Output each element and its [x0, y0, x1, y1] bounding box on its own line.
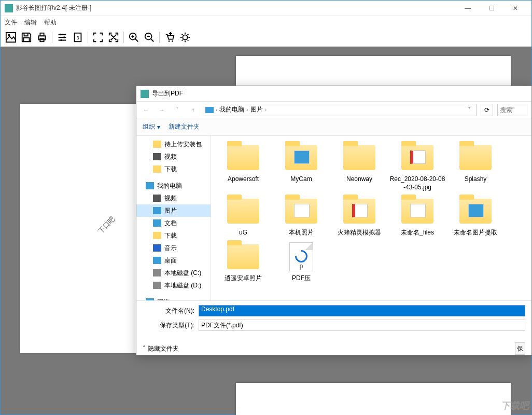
- file-item[interactable]: MyCam: [273, 142, 329, 191]
- tree-item-label: 音乐: [164, 244, 177, 253]
- file-icon: [457, 142, 494, 173]
- toolbar-separator: [88, 32, 88, 43]
- tree-item[interactable]: 待上传安装包: [136, 138, 211, 150]
- filetype-select[interactable]: PDF文件(*.pdf): [199, 320, 525, 331]
- breadcrumb-dropdown[interactable]: ˅: [465, 106, 474, 114]
- save-dialog-button[interactable]: 保: [515, 342, 525, 355]
- file-icon: [225, 142, 262, 173]
- tree-item[interactable]: 图片: [136, 204, 211, 217]
- computer-icon: [205, 107, 214, 113]
- organize-button[interactable]: 组织 ▾: [143, 122, 160, 131]
- tree-item[interactable]: 我的电脑: [136, 179, 211, 192]
- tree-item[interactable]: 音乐: [136, 242, 211, 254]
- zoom-out-button[interactable]: [142, 30, 157, 45]
- file-label: 本机照片: [289, 229, 314, 237]
- folder-icon: [153, 282, 161, 289]
- svg-point-6: [63, 36, 65, 38]
- svg-point-5: [60, 34, 62, 36]
- file-item[interactable]: Rec_2020-08-20-08-43-05.jpg: [389, 142, 445, 191]
- menu-help[interactable]: 帮助: [44, 18, 57, 27]
- breadcrumb[interactable]: › 我的电脑 › 图片 › ˅: [203, 104, 477, 116]
- file-label: Apowersoft: [228, 175, 259, 184]
- folder-tree[interactable]: 待上传安装包视频下载我的电脑视频图片文档下载音乐桌面本地磁盘 (C:)本地磁盘 …: [136, 136, 211, 300]
- tree-item-label: 视频: [164, 153, 177, 161]
- chevron-down-icon: ▾: [157, 123, 160, 131]
- folder-icon: [153, 141, 161, 148]
- file-item[interactable]: 未命名_files: [389, 196, 445, 237]
- titlebar: 影谷长图打印v2.4[-未注册-] — ☐ ✕: [1, 1, 531, 16]
- svg-rect-3: [40, 33, 44, 36]
- dialog-navbar: ← → ˅ ↑ › 我的电脑 › 图片 › ˅ ⟳: [136, 102, 531, 118]
- file-icon: [399, 142, 436, 173]
- tree-item-label: 下载: [164, 165, 177, 174]
- file-item[interactable]: Splashy: [447, 142, 503, 191]
- dialog-body: 待上传安装包视频下载我的电脑视频图片文档下载音乐桌面本地磁盘 (C:)本地磁盘 …: [136, 136, 531, 300]
- toolbar-separator: [123, 32, 124, 43]
- file-item[interactable]: Apowersoft: [215, 142, 271, 191]
- file-icon: [225, 241, 262, 272]
- file-icon: [225, 196, 262, 227]
- file-label: Neonway: [346, 175, 372, 184]
- tree-item[interactable]: 视频: [136, 150, 211, 163]
- svg-point-12: [169, 40, 170, 42]
- menu-file[interactable]: 文件: [5, 18, 17, 27]
- tree-item[interactable]: 下载: [136, 163, 211, 175]
- chevron-right-icon: ›: [265, 107, 267, 113]
- file-item[interactable]: 火蜂精灵模拟器: [331, 196, 387, 237]
- nav-back-button[interactable]: ←: [141, 104, 152, 116]
- tree-item[interactable]: 桌面: [136, 254, 211, 267]
- file-label: 火蜂精灵模拟器: [338, 229, 381, 237]
- cart-button[interactable]: [162, 30, 177, 45]
- file-label: MyCam: [290, 175, 312, 184]
- actual-size-button[interactable]: [106, 30, 121, 45]
- fit-button[interactable]: [91, 30, 105, 45]
- search-input[interactable]: [497, 104, 527, 116]
- filename-input[interactable]: Desktop.pdf: [199, 305, 525, 316]
- tree-item[interactable]: 本地磁盘 (C:): [136, 267, 211, 279]
- folder-icon: [153, 153, 161, 160]
- file-item[interactable]: Neonway: [331, 142, 387, 191]
- file-label: PDF压: [292, 274, 311, 283]
- file-icon: [457, 196, 494, 227]
- adjust-button[interactable]: [55, 30, 69, 45]
- toolbar-separator: [52, 32, 52, 43]
- nav-recent-button[interactable]: ˅: [172, 104, 183, 116]
- tree-item[interactable]: 网络: [136, 296, 211, 300]
- folder-icon: [153, 195, 161, 202]
- tree-item[interactable]: 下载: [136, 229, 211, 242]
- tree-item[interactable]: 文档: [136, 217, 211, 229]
- nav-up-button[interactable]: ↑: [187, 104, 199, 116]
- nav-forward-button[interactable]: →: [156, 104, 167, 116]
- refresh-button[interactable]: ⟳: [481, 104, 493, 116]
- open-image-button[interactable]: [4, 30, 18, 45]
- new-folder-button[interactable]: 新建文件夹: [169, 122, 200, 131]
- folder-icon: [153, 219, 161, 227]
- dialog-titlebar: 导出到PDF: [136, 86, 531, 102]
- save-button[interactable]: [19, 30, 34, 45]
- file-item[interactable]: pPDF压: [273, 241, 329, 283]
- folder-icon: [146, 182, 154, 189]
- file-icon: p: [283, 241, 320, 272]
- dialog-icon: [141, 90, 149, 98]
- file-item[interactable]: 逍遥安卓照片: [215, 241, 271, 283]
- filetype-label: 保存类型(T):: [143, 321, 199, 330]
- maximize-button[interactable]: ☐: [480, 1, 503, 16]
- tree-item[interactable]: 视频: [136, 192, 211, 204]
- file-item[interactable]: 本机照片: [273, 196, 329, 237]
- file-list[interactable]: ApowersoftMyCamNeonwayRec_2020-08-20-08-…: [211, 136, 531, 300]
- hide-folders-toggle[interactable]: ˄ 隐藏文件夹: [143, 344, 179, 353]
- close-button[interactable]: ✕: [503, 1, 527, 16]
- minimize-button[interactable]: —: [456, 1, 480, 16]
- file-label: Rec_2020-08-20-08-43-05.jpg: [389, 175, 445, 191]
- idea-button[interactable]: [178, 30, 192, 45]
- tree-item[interactable]: 本地磁盘 (D:): [136, 279, 211, 292]
- breadcrumb-item[interactable]: 图片: [250, 105, 263, 114]
- file-item[interactable]: 未命名图片提取: [447, 196, 503, 237]
- tree-item-label: 本地磁盘 (D:): [164, 281, 201, 290]
- menu-edit[interactable]: 编辑: [24, 18, 37, 27]
- breadcrumb-item[interactable]: 我的电脑: [219, 105, 244, 114]
- file-item[interactable]: uG: [215, 196, 271, 237]
- zoom-in-button[interactable]: [127, 30, 141, 45]
- print-button[interactable]: [35, 30, 49, 45]
- page-button[interactable]: 3: [71, 30, 85, 45]
